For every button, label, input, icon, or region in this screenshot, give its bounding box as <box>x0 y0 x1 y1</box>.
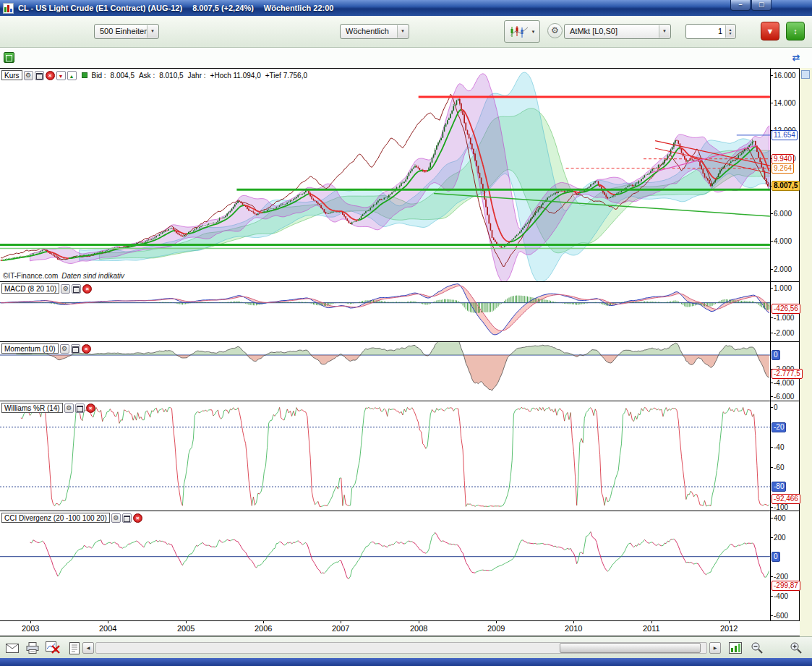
axis-value-tag[interactable]: -92,466 <box>772 494 800 504</box>
momentum-panel-header: Momentum (10) ⚙ × <box>1 343 91 354</box>
momentum-panel-label: Momentum (10) <box>1 343 59 354</box>
x-axis-tickmark <box>341 621 341 623</box>
close-icon[interactable]: × <box>133 513 142 523</box>
x-axis-tickmark <box>729 621 730 623</box>
cci-panel-header: CCI Divergenz (20 -100 100 20) ⚙ × <box>1 513 142 523</box>
chevron-down-icon[interactable]: ▼ <box>397 25 408 38</box>
price-axis: 16.00014.00012.00010.0008.0006.0004.0002… <box>770 68 800 281</box>
williams-chart-plot[interactable] <box>0 401 770 511</box>
x-axis-year-label: 2010 <box>565 624 582 633</box>
price-chart-plot[interactable] <box>0 69 770 281</box>
chevron-down-icon[interactable]: ▼ <box>147 25 158 38</box>
axis-value-tag[interactable]: 8.007,5 <box>772 181 800 191</box>
watermark-note: Daten sind indikativ <box>61 272 124 280</box>
axis-tickmark <box>771 447 773 448</box>
document-icon <box>69 642 80 654</box>
williams-panel: Williams %R (14) ⚙ × <box>0 401 770 511</box>
wrench-icon[interactable]: ⚙ <box>24 71 33 80</box>
order-type-dropdown[interactable]: AtMkt [L0,S0] ▼ <box>564 24 671 39</box>
axis-tick-label: -2.000 <box>774 329 794 337</box>
chart-horizontal-scrollbar[interactable] <box>95 642 707 654</box>
email-button[interactable] <box>4 640 20 656</box>
window-icon[interactable] <box>72 284 81 294</box>
year-label: Jahr : <box>188 72 206 80</box>
close-icon[interactable]: × <box>82 284 92 294</box>
wrench-icon[interactable]: ⚙ <box>64 404 74 413</box>
detach-window-icon[interactable]: ⇄ <box>789 51 803 65</box>
axis-value-tag[interactable]: 0 <box>772 552 780 562</box>
axis-value-tag[interactable]: 11.654 <box>772 130 798 140</box>
x-axis-year-label: 2007 <box>332 624 349 633</box>
timeframe-dropdown[interactable]: Wöchentlich ▼ <box>340 24 409 39</box>
x-axis-tickmark <box>419 621 419 623</box>
momentum-panel: Momentum (10) ⚙ × <box>0 341 770 401</box>
axis-value-tag[interactable]: 0 <box>772 350 780 360</box>
close-icon[interactable]: × <box>82 344 91 354</box>
axis-value-tag[interactable]: -80 <box>772 482 786 492</box>
x-axis-tickmark <box>263 621 264 623</box>
new-chart-icon[interactable] <box>4 52 14 63</box>
williams-panel-label: Williams %R (14) <box>1 403 63 413</box>
momentum-chart-plot[interactable] <box>0 342 770 401</box>
cci-chart-plot[interactable] <box>0 511 770 620</box>
print-button[interactable] <box>25 640 40 656</box>
sell-arrow-icon: ▼ <box>766 27 774 35</box>
axis-tickmark <box>771 615 773 616</box>
axis-tickmark <box>771 467 773 468</box>
chart-type-button[interactable]: ▼ <box>504 20 540 43</box>
x-axis-year-label: 2003 <box>22 624 39 633</box>
axis-tickmark <box>771 317 773 318</box>
report-button[interactable] <box>67 640 82 656</box>
macd-axis: 1.000-1.000-2.000-426,56 <box>770 281 800 341</box>
watermark-source: ©IT-Finance.com <box>3 272 58 280</box>
minimize-button[interactable]: – <box>730 0 751 11</box>
axis-tickmark <box>771 537 773 538</box>
cci-panel-label: CCI Divergenz (20 -100 100 20) <box>1 513 110 523</box>
spin-down-icon[interactable]: ▼ <box>729 32 732 35</box>
zoom-in-icon <box>790 641 803 654</box>
window-titlebar[interactable]: CL - US Light Crude (E1 Contract) (AUG-1… <box>0 0 812 16</box>
zoom-out-button[interactable] <box>749 640 765 656</box>
axis-value-tag[interactable]: -426,56 <box>772 304 800 314</box>
close-icon[interactable]: × <box>46 71 55 80</box>
chart-tools-button[interactable] <box>727 640 743 656</box>
scroll-left-button[interactable]: ◀ <box>82 642 94 654</box>
x-axis-tickmark <box>30 621 31 623</box>
chevron-down-icon[interactable]: ▼ <box>659 25 670 38</box>
axis-value-tag[interactable]: 9.264 <box>772 163 794 174</box>
scroll-right-button[interactable]: ▶ <box>709 642 721 654</box>
sell-arrow-icon[interactable]: ▼ <box>56 71 66 80</box>
year-low: +Tief 7.756,0 <box>265 72 307 80</box>
settings-wrench-button[interactable]: ⚙ <box>547 23 563 38</box>
sell-order-button[interactable]: ▼ <box>761 22 779 40</box>
axis-value-tag[interactable]: 9.940 <box>772 154 794 164</box>
quantity-value: 1 <box>718 27 722 35</box>
wrench-icon[interactable]: ⚙ <box>61 284 70 294</box>
quantity-stepper[interactable]: 1 ▲ ▼ <box>685 24 736 39</box>
zoom-in-button[interactable] <box>788 640 804 656</box>
axis-tick-label: 0 <box>774 404 778 411</box>
axis-value-tag[interactable]: -20 <box>772 422 786 432</box>
scrollbar-thumb[interactable] <box>560 643 700 653</box>
order-type-value: AtMkt [L0,S0] <box>570 27 617 35</box>
macd-chart-plot[interactable] <box>0 282 770 341</box>
axis-value-tag[interactable]: -299,87 <box>772 581 800 591</box>
axis-value-tag[interactable]: -2.777,5 <box>772 369 803 379</box>
x-axis-year-label: 2012 <box>720 624 738 633</box>
buy-arrow-icon[interactable]: ▲ <box>67 71 77 80</box>
axis-tickmark <box>771 576 773 577</box>
wrench-icon[interactable]: ⚙ <box>111 513 121 523</box>
close-icon[interactable]: × <box>86 404 95 413</box>
window-icon[interactable] <box>75 404 85 413</box>
window-icon[interactable] <box>122 513 132 523</box>
axis-tick-label: -1.000 <box>774 314 794 322</box>
delete-chart-button[interactable] <box>45 640 61 656</box>
collapse-panel-icon[interactable] <box>801 70 810 79</box>
window-icon[interactable] <box>35 71 44 80</box>
buy-order-button[interactable]: ↕ <box>786 22 805 40</box>
window-icon[interactable] <box>71 344 80 354</box>
price-panel: Kurs ⚙ × ▼ ▲ Bid : 8.004,5 Ask : 8.010,5… <box>0 68 770 281</box>
units-dropdown[interactable]: 500 Einheiten ▼ <box>94 24 159 39</box>
maximize-button[interactable]: ▢ <box>751 0 772 11</box>
wrench-icon[interactable]: ⚙ <box>60 344 69 354</box>
